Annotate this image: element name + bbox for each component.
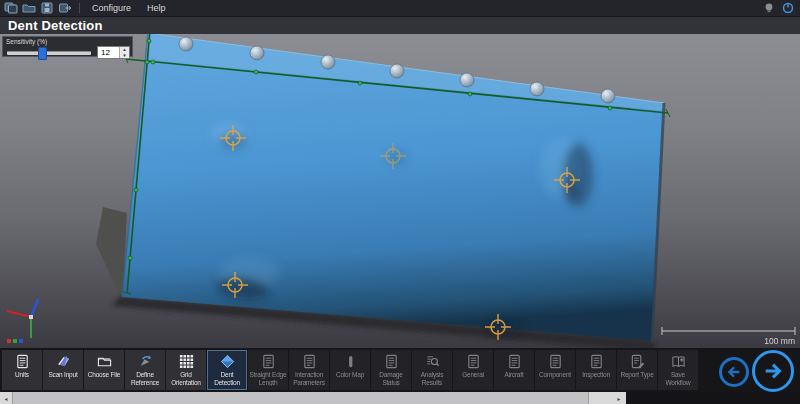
sensitivity-spinner: ▲ ▼ bbox=[119, 47, 129, 58]
toolbar-button-grid-orientation[interactable]: Grid Orientation bbox=[166, 350, 206, 390]
menu-help[interactable]: Help bbox=[139, 0, 174, 16]
inspection-icon bbox=[589, 354, 604, 369]
toolbar-button-scan-input[interactable]: Scan Input bbox=[43, 350, 83, 390]
aircraft-icon bbox=[507, 354, 522, 369]
toolbar-button-aircraft[interactable]: Aircraft bbox=[494, 350, 534, 390]
toolbar-button-label: Component bbox=[535, 371, 575, 379]
scale-bar: 100 mm bbox=[662, 327, 795, 346]
sensitivity-value-input[interactable] bbox=[98, 47, 119, 58]
toolbar-button-label: Grid Orientation bbox=[166, 371, 206, 386]
toolbar-button-label: Interaction Parameters bbox=[289, 371, 329, 386]
grid-orientation-icon bbox=[179, 354, 194, 369]
interaction-parameters-icon bbox=[302, 354, 317, 369]
page-title-bar: Dent Detection bbox=[0, 17, 800, 34]
toolbar-button-label: Scan Input bbox=[43, 371, 83, 379]
page-title: Dent Detection bbox=[0, 18, 103, 33]
toolbar-button-color-map[interactable]: Color Map bbox=[330, 350, 370, 390]
sensitivity-panel: Sensitivity (%) ▲ ▼ bbox=[2, 36, 133, 57]
power-icon[interactable] bbox=[782, 2, 794, 14]
toolbar-button-define-reference[interactable]: Define Reference bbox=[125, 350, 165, 390]
menu-bar: Configure Help bbox=[0, 0, 800, 17]
toolbar-button-label: Units bbox=[2, 371, 42, 379]
next-step-button[interactable] bbox=[752, 350, 794, 392]
scale-bar-label: 100 mm bbox=[764, 336, 795, 346]
toolbar-button-label: Color Map bbox=[330, 371, 370, 379]
previous-step-button[interactable] bbox=[719, 357, 749, 387]
choose-file-icon bbox=[97, 354, 112, 369]
analysis-results-icon bbox=[425, 354, 440, 369]
save-session-icon[interactable] bbox=[40, 2, 54, 14]
toolbar-button-units[interactable]: Units bbox=[2, 350, 42, 390]
toolbar-button-damage-status[interactable]: Damage Status bbox=[371, 350, 411, 390]
general-icon bbox=[466, 354, 481, 369]
toolbar-button-label: General bbox=[453, 371, 493, 379]
toolbar-button-save-workflow[interactable]: Save Workflow bbox=[658, 350, 698, 390]
toolbar-button-inspection[interactable]: Inspection bbox=[576, 350, 616, 390]
toolbar-button-label: Straight Edge Length bbox=[248, 371, 288, 386]
sensitivity-slider[interactable] bbox=[7, 51, 91, 55]
sensitivity-value-box: ▲ ▼ bbox=[97, 46, 130, 59]
menu-configure[interactable]: Configure bbox=[84, 0, 139, 16]
toolbar-button-label: Dent Detection bbox=[207, 371, 247, 386]
toolbar-button-label: Analysis Results bbox=[412, 371, 452, 386]
toolbar-button-general[interactable]: General bbox=[453, 350, 493, 390]
3d-viewport[interactable]: 100 mm Sensitivity (%) ▲ ▼ bbox=[0, 34, 800, 348]
sensitivity-slider-handle[interactable] bbox=[38, 47, 47, 60]
import-icon[interactable] bbox=[58, 2, 72, 14]
toolbar-button-label: Choose File bbox=[84, 371, 124, 379]
toolbar-button-analysis-results[interactable]: Analysis Results bbox=[412, 350, 452, 390]
toolbar-button-dent-detection[interactable]: Dent Detection bbox=[207, 350, 247, 390]
component-icon bbox=[548, 354, 563, 369]
scroll-right-icon[interactable]: ▸ bbox=[613, 392, 625, 404]
scan-input-icon bbox=[56, 354, 71, 369]
toolbar-button-label: Save Workflow bbox=[658, 371, 698, 386]
toolbar-button-report-type[interactable]: Report Type bbox=[617, 350, 657, 390]
toolbar-button-straight-edge-length[interactable]: Straight Edge Length bbox=[248, 350, 288, 390]
toolbar-button-choose-file[interactable]: Choose File bbox=[84, 350, 124, 390]
3d-scene: 100 mm bbox=[0, 34, 800, 348]
save-workflow-icon bbox=[671, 354, 686, 369]
toolbar-button-label: Aircraft bbox=[494, 371, 534, 379]
toolbar-button-interaction-parameters[interactable]: Interaction Parameters bbox=[289, 350, 329, 390]
scrollbar-track[interactable]: ◂ ▸ bbox=[0, 392, 626, 404]
units-icon bbox=[15, 354, 30, 369]
report-type-icon bbox=[630, 354, 645, 369]
menu-separator bbox=[79, 3, 80, 13]
toolbar-button-component[interactable]: Component bbox=[535, 350, 575, 390]
axis-triad bbox=[7, 299, 38, 343]
toolbar-scrollbar: ◂ ▸ bbox=[0, 392, 800, 404]
toolbar-button-label: Define Reference bbox=[125, 371, 165, 386]
toolbar-button-label: Report Type bbox=[617, 371, 657, 379]
toolbar-button-label: Inspection bbox=[576, 371, 616, 379]
toolbar-button-label: Damage Status bbox=[371, 371, 411, 386]
menu-bar-right bbox=[763, 2, 794, 14]
damage-status-icon bbox=[384, 354, 399, 369]
workflow-toolbar: UnitsScan InputChoose FileDefine Referen… bbox=[0, 348, 800, 392]
define-reference-icon bbox=[138, 354, 153, 369]
bulb-icon[interactable] bbox=[763, 2, 775, 14]
scrollbar-thumb[interactable] bbox=[12, 392, 589, 404]
color-map-icon bbox=[343, 354, 358, 369]
scroll-left-icon[interactable]: ◂ bbox=[0, 392, 12, 404]
open-session-icon[interactable] bbox=[22, 2, 36, 14]
spin-down-icon[interactable]: ▼ bbox=[120, 53, 129, 59]
straight-edge-length-icon bbox=[261, 354, 276, 369]
dent-detection-icon bbox=[220, 354, 235, 369]
new-session-icon[interactable] bbox=[4, 2, 18, 14]
app-window: Configure Help Dent Detection bbox=[0, 0, 800, 404]
sensitivity-label: Sensitivity (%) bbox=[3, 37, 132, 45]
